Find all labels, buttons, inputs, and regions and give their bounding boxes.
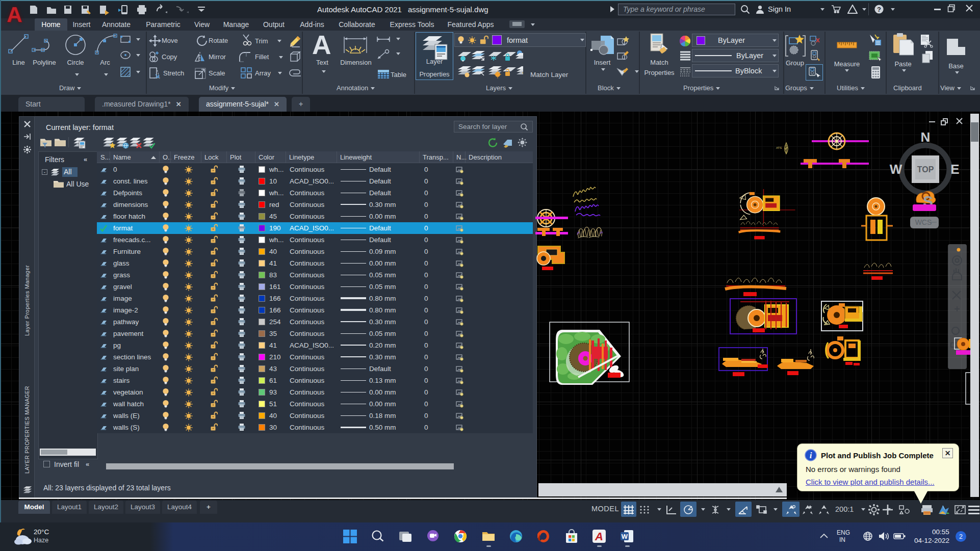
svg-text:i: i (810, 451, 812, 460)
svg-text:A: A (595, 530, 603, 543)
svg-text:WCS: WCS (915, 218, 932, 226)
svg-text:W: W (890, 162, 902, 177)
svg-text:ATS: ATS (776, 146, 782, 149)
svg-text:N: N (921, 129, 931, 145)
svg-text:TOP: TOP (917, 165, 934, 174)
svg-text:W: W (622, 533, 628, 540)
svg-text:E: E (950, 162, 959, 177)
svg-text:?: ? (877, 6, 881, 13)
